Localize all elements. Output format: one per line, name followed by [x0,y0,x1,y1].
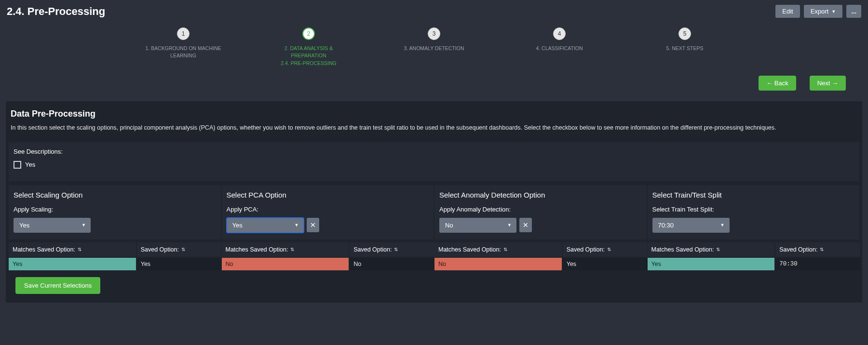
sort-icon: ⇅ [290,247,294,252]
option-title-2: Select Anomaly Detection Option [439,191,642,199]
saved-header-0[interactable]: Saved Option: ⇅ [137,242,222,257]
match-value-2: No [434,258,562,270]
match-header-2[interactable]: Matches Saved Option: ⇅ [434,242,562,257]
match-card-0: Matches Saved Option: ⇅Saved Option: ⇅Ye… [9,242,221,270]
export-label: Export [811,8,829,15]
option-card-0: Select Scaling OptionApply Scaling:Yes▼ [9,185,221,239]
option-sub-1: Apply PCA: [227,206,429,213]
options-grid: Select Scaling OptionApply Scaling:Yes▼S… [9,185,859,239]
caret-down-icon: ▼ [831,9,836,14]
saved-header-2[interactable]: Saved Option: ⇅ [563,242,648,257]
saved-value-3: 70:30 [775,258,860,270]
option-sub-0: Apply Scaling: [14,206,216,213]
option-clear-1[interactable]: ✕ [307,218,319,232]
caret-down-icon: ▼ [507,223,512,227]
saved-value-0: Yes [137,258,222,270]
match-grid: Matches Saved Option: ⇅Saved Option: ⇅Ye… [9,242,859,270]
step-3[interactable]: 33. ANOMALY DETECTION [393,27,475,66]
step-label-1: 1. BACKGROUND ON MACHINE LEARNING [142,45,224,59]
step-label-2: 2. DATA ANALYSIS & PREPARATION [268,45,350,59]
sort-icon: ⇅ [607,247,611,252]
option-sub-2: Apply Anomaly Detection: [439,206,642,213]
option-select-1[interactable]: Yes▼ [227,218,304,233]
step-circle-2: 2 [302,27,315,40]
sort-icon: ⇅ [78,247,81,252]
see-descriptions-checkbox[interactable] [14,161,21,169]
see-descriptions-block: See Descriptions: Yes [9,142,859,181]
panel-description: In this section select the scaling optio… [11,124,857,133]
caret-down-icon: ▼ [720,223,725,227]
option-title-0: Select Scaling Option [14,191,216,199]
edit-button[interactable]: Edit [775,5,800,18]
step-circle-3: 3 [428,27,440,40]
stepper: 11. BACKGROUND ON MACHINE LEARNING22. DA… [0,27,868,66]
caret-down-icon: ▼ [81,223,86,227]
sort-icon: ⇅ [503,247,507,252]
panel-title: Data Pre-Processing [11,109,857,119]
option-clear-2[interactable]: ✕ [519,218,532,232]
match-header-0[interactable]: Matches Saved Option: ⇅ [9,242,136,257]
saved-header-1[interactable]: Saved Option: ⇅ [350,242,434,257]
match-value-1: No [222,258,349,270]
option-title-3: Select Train/Test Split [652,191,855,199]
option-select-3[interactable]: 70:30▼ [652,218,730,233]
option-card-3: Select Train/Test SplitSelect Train Test… [648,185,860,239]
match-header-3[interactable]: Matches Saved Option: ⇅ [648,242,775,257]
step-label-3: 3. ANOMALY DETECTION [404,45,464,52]
match-card-3: Matches Saved Option: ⇅Saved Option: ⇅Ye… [648,242,860,270]
option-title-1: Select PCA Option [227,191,429,199]
header-actions: Edit Export ▼ ... [775,5,861,18]
sort-icon: ⇅ [716,247,720,252]
next-button[interactable]: Next → [810,76,846,91]
step-circle-1: 1 [177,27,190,40]
option-sub-3: Select Train Test Split: [652,206,855,213]
caret-down-icon: ▼ [295,223,299,227]
step-4[interactable]: 44. CLASSIFICATION [518,27,600,66]
saved-value-2: Yes [563,258,648,270]
option-select-0[interactable]: Yes▼ [14,218,91,233]
match-card-2: Matches Saved Option: ⇅Saved Option: ⇅No… [434,242,647,270]
step-label-5: 5. NEXT STEPS [666,45,704,52]
saved-value-1: No [350,258,434,270]
saved-header-3[interactable]: Saved Option: ⇅ [775,242,860,257]
sort-icon: ⇅ [394,247,398,252]
back-button[interactable]: ← Back [759,76,796,91]
match-header-1[interactable]: Matches Saved Option: ⇅ [222,242,349,257]
step-1[interactable]: 11. BACKGROUND ON MACHINE LEARNING [142,27,224,66]
step-label-4: 4. CLASSIFICATION [536,45,583,52]
step-circle-4: 4 [553,27,566,40]
match-card-1: Matches Saved Option: ⇅Saved Option: ⇅No… [222,242,434,270]
step-circle-5: 5 [678,27,691,40]
main-panel: Data Pre-Processing In this section sele… [6,101,862,303]
more-button[interactable]: ... [846,5,861,18]
option-card-2: Select Anomaly Detection OptionApply Ano… [434,185,647,239]
step-2[interactable]: 22. DATA ANALYSIS & PREPARATION2.4. PRE-… [268,27,350,66]
match-value-3: Yes [648,258,775,270]
page-title: 2.4. Pre-Processing [7,5,105,18]
option-card-1: Select PCA OptionApply PCA:Yes▼✕ [222,185,434,239]
option-select-2[interactable]: No▼ [439,218,516,233]
export-button[interactable]: Export ▼ [804,5,843,18]
see-descriptions-label: See Descriptions: [14,148,854,155]
step-sub-2: 2.4. PRE-PROCESSING [281,60,337,66]
match-value-0: Yes [9,258,136,270]
step-5[interactable]: 55. NEXT STEPS [644,27,726,66]
save-selections-button[interactable]: Save Current Selections [15,277,100,294]
sort-icon: ⇅ [181,247,185,252]
see-descriptions-option: Yes [25,161,35,168]
sort-icon: ⇅ [820,247,824,252]
